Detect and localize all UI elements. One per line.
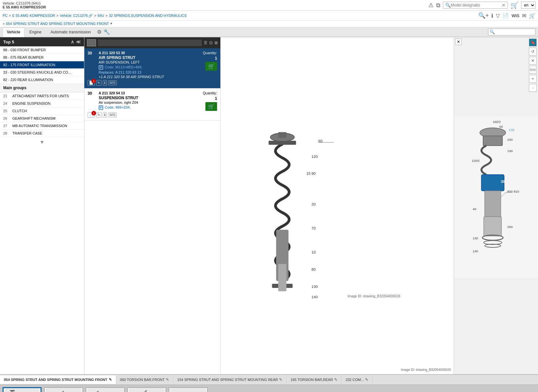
right-panel-history-btn[interactable]: ↺ (529, 48, 537, 55)
svg-text:170: 170 (509, 128, 514, 132)
document-icon[interactable]: 📄 (502, 13, 509, 19)
bottom-tab-edit-1[interactable]: ✎ (166, 377, 169, 382)
right-panel-close-btn[interactable]: ✕ (529, 57, 537, 65)
sub-breadcrumb-link[interactable]: 054 SPRING STRUT AND SPRING STRUT MOUNTI… (6, 22, 109, 26)
part-icon-wis-btn-0[interactable]: WIS (108, 80, 117, 85)
sidebar: Top 5 ∧ ≪ 88 - 030 FRONT BUMPER 88 - 075… (0, 37, 84, 374)
vehicle-label: Vehicle: C211076 (64U) (3, 1, 46, 5)
top5-item-2[interactable]: 82 - 175 FRONT ILLUMINATION (0, 61, 84, 69)
bottom-tab-1[interactable]: 060 TORSION BAR,FRONT ✎ (116, 375, 174, 384)
bottom-tab-edit-0[interactable]: ✎ (109, 377, 112, 382)
bottom-tab-4[interactable]: 232 COM... ✎ (342, 375, 373, 384)
part-icon-info-btn-0[interactable]: ℹ (103, 80, 107, 86)
bottom-tab-3[interactable]: 165 TORSION BAR,REAR ✎ (287, 375, 341, 384)
filter-icon[interactable]: ▽ (496, 13, 500, 19)
bottom-tab-2[interactable]: 154 SPRING STRUT AND SPRING STRUT MOUNTI… (173, 375, 287, 384)
breadcrumb-pc[interactable]: PC (3, 14, 7, 18)
breadcrumb-64u[interactable]: 64U (98, 14, 104, 18)
tab-wrench-icon[interactable]: 🔧 (104, 29, 110, 35)
svg-text:140: 140 (312, 295, 318, 299)
wis-icon[interactable]: WIS (511, 13, 520, 18)
group-item-25[interactable]: 25 CLUTCH (0, 107, 84, 115)
basket-icon[interactable]: 🛒 (529, 13, 535, 19)
language-select[interactable]: en (521, 2, 535, 9)
tab-vehicle[interactable]: Vehicle (3, 28, 24, 37)
part-icon-wis-btn-1[interactable]: WIS (108, 113, 117, 117)
cart-add-icon[interactable]: 🛒 (510, 1, 519, 9)
thumbnail-0[interactable] (3, 387, 42, 392)
breadcrumb-vehicle-icon[interactable]: 🔗 (88, 14, 93, 18)
tab-automatic-transmission[interactable]: Automatic transmission (46, 28, 95, 36)
diagram-right: ✕ 160⊙ 50 170 200 (454, 37, 538, 374)
svg-text:40: 40 (473, 207, 477, 211)
right-panel-bookmark-btn[interactable]: 🔖 (529, 39, 537, 46)
part-icon-doc-btn-1[interactable]: 📄1 (88, 112, 95, 118)
svg-text:80: 80 (312, 267, 316, 271)
alert-icon[interactable]: ⚠ (428, 2, 434, 9)
thumbnail-3[interactable] (127, 387, 166, 392)
svg-rect-8 (221, 110, 454, 302)
thumbnail-1[interactable] (44, 387, 83, 392)
svg-text:70: 70 (312, 226, 316, 230)
group-label-27: MB AUTOMATIC TRANSMISSION (12, 124, 67, 128)
thumbnail-2[interactable] (86, 387, 125, 392)
part-item-0[interactable]: 30 A 211 320 53 38 AIR SPRING STRUT AIR … (84, 48, 220, 89)
right-panel-zoomout-btn[interactable]: - (529, 84, 537, 92)
tab-engine[interactable]: Engine (25, 28, 45, 36)
qty-label-1: Quantity: (203, 91, 217, 95)
parts-fullscreen-icon[interactable]: ⊞ (214, 41, 218, 45)
part-icon-cycle-btn-0[interactable]: ↻ (96, 80, 102, 86)
part-item-1[interactable]: 30 A 211 320 54 13 SUSPENSION STRUT Air … (84, 89, 220, 121)
bottom-tab-edit-2[interactable]: ✎ (279, 377, 282, 382)
parts-panel: +1 A 211 320 54 38 AIR SPRING STRUT ☰ ⊡ … (84, 37, 221, 374)
diagram-right-close-btn[interactable]: ✕ (455, 39, 462, 45)
top5-item-1[interactable]: 88 - 075 REAR BUMPER (0, 54, 84, 61)
part-icon-cycle-btn-1[interactable]: ↻ (96, 112, 102, 118)
parts-list-icon[interactable]: ☰ (204, 41, 207, 45)
part-code-text-0: Code: M113+M55+489; (105, 65, 142, 69)
tab-gear-icon[interactable]: ⚙ (97, 29, 102, 35)
collapse-icon[interactable]: ∧ (71, 39, 74, 44)
right-panel-svg-btn[interactable]: SVG (529, 66, 537, 74)
model-search-input[interactable] (451, 3, 502, 7)
top5-item-4[interactable]: 82 - 220 REAR ILLUMINATION (0, 76, 84, 84)
parts-search-input[interactable]: +1 A 211 320 54 38 AIR SPRING STRUT (98, 40, 202, 46)
top5-item-0[interactable]: 88 - 030 FRONT BUMPER (0, 46, 84, 54)
svg-text:810: 810 (514, 190, 519, 193)
group-item-21[interactable]: 21 ATTACHMENT PARTS FOR UNITS (0, 92, 84, 100)
right-panel-zoomin-btn[interactable]: + (529, 75, 537, 83)
group-item-27[interactable]: 27 MB AUTOMATIC TRANSMISSION (0, 122, 84, 130)
breadcrumb-vehicle[interactable]: Vehicle: C211076 (60, 14, 88, 18)
group-label-24: ENGINE SUSPENSION (12, 101, 50, 105)
group-item-26[interactable]: 26 GEARSHIFT MECHANISM (0, 115, 84, 122)
model-label: E 55 AMG KOMPRESSOR (3, 5, 46, 9)
group-item-28[interactable]: 28 TRANSFER CASE (0, 130, 84, 137)
group-item-24[interactable]: 24 ENGINE SUSPENSION (0, 100, 84, 107)
bottom-tabs: 054 SPRING STRUT AND SPRING STRUT MOUNTI… (0, 374, 538, 385)
thumbnail-4[interactable] (169, 387, 208, 392)
zoom-in-icon[interactable]: 🔍+ (478, 12, 489, 19)
bottom-tab-edit-3[interactable]: ✎ (334, 377, 337, 382)
svg-text:130: 130 (312, 284, 318, 289)
part-num-0: 30 (88, 51, 97, 55)
breadcrumb-category[interactable]: 32 SPRINGS,SUSPENSION AND HYDRAULICS (109, 14, 187, 18)
bottom-tab-0[interactable]: 054 SPRING STRUT AND SPRING STRUT MOUNTI… (0, 375, 116, 384)
search-icon: 🔍 (445, 3, 451, 8)
info-icon[interactable]: ℹ (491, 13, 493, 19)
part-icon-doc-btn-0[interactable]: 📄1 (88, 80, 95, 86)
sidebar-scroll-down[interactable]: ▾ (0, 137, 84, 147)
copy-icon[interactable]: ⧉ (436, 2, 440, 9)
add-to-cart-button-0[interactable]: 🛒 (205, 62, 217, 71)
tabs-search-input[interactable] (495, 30, 534, 34)
part-icon-info-btn-1[interactable]: ℹ (103, 112, 107, 118)
sidebar-toggle-icon[interactable]: ≪ (76, 39, 81, 44)
parts-expand-icon[interactable]: ⊡ (209, 41, 213, 45)
main-groups-label: Main groups (0, 84, 84, 92)
search-clear-button[interactable]: ✕ (502, 3, 506, 8)
breadcrumb-model[interactable]: E 55 AMG KOMPRESSOR (12, 14, 55, 18)
add-to-cart-button-1[interactable]: 🛒 (205, 102, 217, 111)
bottom-tab-edit-4[interactable]: ✎ (365, 377, 368, 382)
sub-breadcrumb-dropdown[interactable]: ▾ (110, 21, 112, 26)
mail-icon[interactable]: ✉ (522, 13, 526, 19)
top5-item-3[interactable]: 33 - 030 STEERING KNUCKLE AND CO... (0, 69, 84, 76)
